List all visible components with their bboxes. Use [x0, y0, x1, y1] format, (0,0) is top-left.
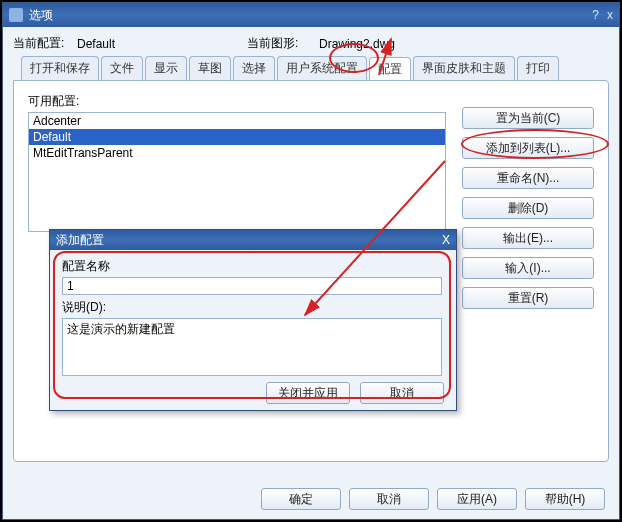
current-profile-label: 当前配置: [13, 35, 77, 52]
tab-profiles[interactable]: 配置 [369, 57, 411, 81]
close-apply-button[interactable]: 关闭并应用 [266, 382, 350, 404]
modal-title: 添加配置 [56, 232, 104, 249]
options-dialog: 选项 ? x 当前配置: Default 当前图形: Drawing2.dwg … [2, 2, 620, 520]
tab-display[interactable]: 显示 [145, 56, 187, 80]
help-icon[interactable]: ? [592, 8, 599, 22]
modal-cancel-button[interactable]: 取消 [360, 382, 444, 404]
import-button[interactable]: 输入(I)... [462, 257, 594, 279]
reset-button[interactable]: 重置(R) [462, 287, 594, 309]
modal-title-bar: 添加配置 X [50, 230, 456, 250]
profiles-listbox[interactable]: Adcenter Default MtEditTransParent [28, 112, 446, 232]
tab-user-prefs[interactable]: 用户系统配置 [277, 56, 367, 80]
export-button[interactable]: 输出(E)... [462, 227, 594, 249]
add-profile-dialog: 添加配置 X 配置名称 1 说明(D): 这是演示的新建配置 关闭并应用 取消 [49, 229, 457, 411]
help-button[interactable]: 帮助(H) [525, 488, 605, 510]
tab-selection[interactable]: 选择 [233, 56, 275, 80]
title-bar: 选项 ? x [3, 3, 619, 27]
delete-button[interactable]: 删除(D) [462, 197, 594, 219]
close-icon[interactable]: x [607, 8, 613, 22]
current-drawing-label: 当前图形: [247, 35, 319, 52]
info-row: 当前配置: Default 当前图形: Drawing2.dwg [13, 35, 609, 52]
modal-close-icon[interactable]: X [442, 233, 450, 247]
profile-name-input[interactable]: 1 [62, 277, 442, 295]
tab-drafting[interactable]: 草图 [189, 56, 231, 80]
tab-open-save[interactable]: 打开和保存 [21, 56, 99, 80]
tab-strip: 打开和保存 文件 显示 草图 选择 用户系统配置 配置 界面皮肤和主题 打印 [13, 56, 609, 80]
set-current-button[interactable]: 置为当前(C) [462, 107, 594, 129]
profile-name-label: 配置名称 [62, 258, 444, 275]
ok-button[interactable]: 确定 [261, 488, 341, 510]
available-profiles-label: 可用配置: [28, 93, 446, 110]
profile-desc-input[interactable]: 这是演示的新建配置 [62, 318, 442, 376]
current-drawing-value: Drawing2.dwg [319, 37, 395, 51]
tab-skins[interactable]: 界面皮肤和主题 [413, 56, 515, 80]
list-item[interactable]: Default [29, 129, 445, 145]
add-to-list-button[interactable]: 添加到列表(L)... [462, 137, 594, 159]
tab-print[interactable]: 打印 [517, 56, 559, 80]
profile-desc-label: 说明(D): [62, 299, 444, 316]
cancel-button[interactable]: 取消 [349, 488, 429, 510]
list-item[interactable]: Adcenter [29, 113, 445, 129]
current-profile-value: Default [77, 37, 247, 51]
app-icon [9, 8, 23, 22]
window-controls: ? x [592, 8, 613, 22]
tab-files[interactable]: 文件 [101, 56, 143, 80]
window-title: 选项 [29, 7, 592, 24]
list-item[interactable]: MtEditTransParent [29, 145, 445, 161]
apply-button[interactable]: 应用(A) [437, 488, 517, 510]
rename-button[interactable]: 重命名(N)... [462, 167, 594, 189]
dialog-footer: 确定 取消 应用(A) 帮助(H) [3, 479, 619, 519]
